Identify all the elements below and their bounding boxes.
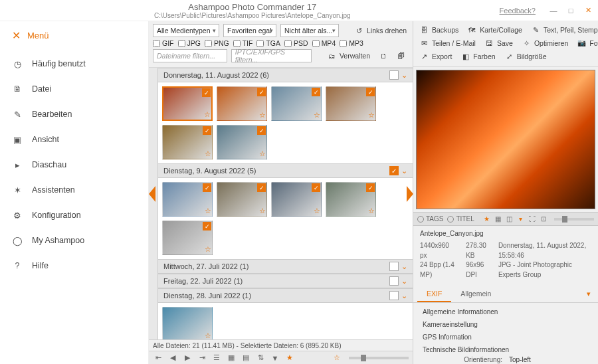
nav-last-icon[interactable]: ⇥ <box>197 353 207 363</box>
colors-button[interactable]: ◧Farben <box>458 50 498 62</box>
optimize-button[interactable]: ✧Optimieren <box>520 37 571 48</box>
format-tif[interactable]: TIF <box>233 39 253 47</box>
manage-button[interactable]: 🗂Verwalten <box>325 50 373 62</box>
sort-icon[interactable]: ⇅ <box>255 353 266 363</box>
thumb-star-icon: ☆ <box>205 245 211 254</box>
repair-button[interactable]: 📷Foto sichten, verbessern, reparieren <box>575 37 598 48</box>
sidebar-item-1[interactable]: 🗎Datei <box>0 76 148 102</box>
group-header[interactable]: Donnerstag, 11. August 2022 (6)⌄ <box>158 68 413 82</box>
favorites-dropdown[interactable]: Favoriten egal <box>223 24 276 37</box>
minimize-button[interactable]: — <box>549 6 558 15</box>
gear-icon: ⚙ <box>12 210 23 221</box>
text-insert-button[interactable]: ✎Text, Pfeil, Stempel, Objekt einfügen <box>529 24 598 35</box>
thumbnail[interactable]: ✓☆ <box>326 182 376 217</box>
sidebar-item-6[interactable]: ⚙Konfiguration <box>0 203 148 228</box>
copy-button[interactable]: 🗐 <box>395 50 409 62</box>
preview-zoom-slider[interactable] <box>554 218 594 221</box>
tab-allgemein[interactable]: Allgemein <box>451 286 500 302</box>
chevron-down-icon[interactable]: ⌄ <box>401 262 407 271</box>
group-check[interactable] <box>389 262 399 271</box>
nav-first-icon[interactable]: ⇤ <box>153 353 163 363</box>
nav-next-icon[interactable]: ▶ <box>182 353 193 363</box>
thumbnail[interactable]: ✓☆ <box>217 182 267 217</box>
age-dropdown[interactable]: Nicht älter als... <box>280 24 339 37</box>
sidebar-item-8[interactable]: ?Hilfe <box>0 253 148 278</box>
sidebar-item-3[interactable]: ▣Ansicht <box>0 127 148 152</box>
thumbnail[interactable]: ✓☆ <box>271 86 322 121</box>
preview-image[interactable] <box>416 70 595 209</box>
group-header[interactable]: Dienstag, 9. August 2022 (5)✓⌄ <box>158 163 413 178</box>
nav-prev-icon[interactable]: ◀ <box>167 353 178 363</box>
thumbnail[interactable]: ☆ <box>162 307 213 339</box>
sidebar-item-5[interactable]: ✶Assistenten <box>0 177 148 203</box>
zoom-slider-star[interactable]: ☆ <box>332 353 342 363</box>
sidebar-item-7[interactable]: ◯My Ashampoo <box>0 228 148 253</box>
export-button[interactable]: ↗Export <box>417 50 454 62</box>
group-check[interactable]: ✓ <box>389 166 399 175</box>
format-psd[interactable]: PSD <box>284 39 308 47</box>
format-png[interactable]: PNG <box>205 39 229 47</box>
group-check[interactable] <box>389 70 399 80</box>
thumbnail[interactable]: ✓☆ <box>217 86 267 121</box>
tags-radio[interactable]: TAGS <box>417 215 443 223</box>
chevron-down-icon[interactable]: ⌄ <box>401 167 407 175</box>
save-button[interactable]: 🖫Save <box>482 37 516 48</box>
thumbnail[interactable]: ✓☆ <box>217 125 267 159</box>
collage-button[interactable]: 🗺Karte/Collage <box>465 24 525 35</box>
maximize-button[interactable]: □ <box>566 6 575 15</box>
feedback-link[interactable]: Feedback? <box>500 7 536 15</box>
thumbnail[interactable]: ✓☆ <box>162 182 213 217</box>
thumbnail[interactable]: ✓☆ <box>326 86 376 121</box>
group-header[interactable]: Dienstag, 28. Juni 2022 (1)⌄ <box>158 288 413 303</box>
titel-radio[interactable]: TITEL <box>447 215 474 223</box>
marker-icon[interactable]: ▾ <box>516 215 525 223</box>
sidebar-item-4[interactable]: ▸Diaschau <box>0 152 148 177</box>
tab-exif[interactable]: EXIF <box>417 286 451 302</box>
chevron-down-icon[interactable]: ⌄ <box>401 292 407 300</box>
view-list-icon[interactable]: ☰ <box>211 353 222 363</box>
format-jpg[interactable]: JPG <box>178 39 201 47</box>
view-detail-icon[interactable]: ▤ <box>241 353 251 363</box>
thumbnail-area[interactable]: Donnerstag, 11. August 2022 (6)⌄✓☆✓☆✓☆✓☆… <box>158 68 413 339</box>
view-grid-icon[interactable]: ▦ <box>226 353 237 363</box>
star-icon[interactable]: ★ <box>482 215 491 223</box>
copy-icon: 🗐 <box>397 52 406 60</box>
filter-icon[interactable]: ▼ <box>270 353 280 363</box>
group-check[interactable] <box>389 276 399 286</box>
fit-icon[interactable]: ⊡ <box>539 215 548 223</box>
app-title: Ashampoo Photo Commander 17 <box>5 2 500 12</box>
rotate-left-button[interactable]: ↺Links drehen <box>352 25 409 37</box>
thumbnail[interactable]: ✓☆ <box>162 86 213 121</box>
thumbnail[interactable]: ✓☆ <box>162 125 213 159</box>
format-tga[interactable]: TGA <box>256 39 280 47</box>
group-check[interactable] <box>389 291 399 300</box>
zoom-slider[interactable] <box>349 357 409 359</box>
browser-panel: Alle Medientypen Favoriten egal Nicht äl… <box>149 21 413 364</box>
fullscreen-icon[interactable]: ⛶ <box>528 215 536 223</box>
format-mp4[interactable]: MP4 <box>312 39 336 47</box>
sidebar-item-0[interactable]: ◷Häufig benutzt <box>0 51 148 76</box>
close-button[interactable]: ✕ <box>583 6 593 15</box>
share-button[interactable]: ✉Teilen / E-Mail <box>417 37 478 48</box>
menu-toggle[interactable]: ✕ Menü <box>0 24 148 51</box>
sidebar-item-2[interactable]: ✎Bearbeiten <box>0 102 148 127</box>
filename-filter[interactable]: Dateiname filtern... <box>153 49 227 62</box>
format-gif[interactable]: GIF <box>153 39 174 47</box>
group-header[interactable]: Mittwoch, 27. Juli 2022 (1)⌄ <box>158 259 413 274</box>
chevron-down-icon[interactable]: ⌄ <box>401 71 407 80</box>
tab-chevron-icon[interactable]: ▾ <box>583 286 594 302</box>
thumb-star-icon: ☆ <box>368 207 375 215</box>
iptc-filter[interactable]: IPTC/EXIF/GPS filtern... <box>231 49 312 62</box>
grid-icon[interactable]: ▦ <box>494 215 502 223</box>
thumbnail[interactable]: ✓☆ <box>271 182 322 217</box>
resize-button[interactable]: ⤢Bildgröße <box>502 50 549 62</box>
format-mp3[interactable]: MP3 <box>340 39 363 47</box>
group-header[interactable]: Freitag, 22. Juli 2022 (1)⌄ <box>158 274 413 288</box>
crop-icon[interactable]: ◫ <box>505 215 514 223</box>
media-type-dropdown[interactable]: Alle Medientypen <box>153 24 219 37</box>
new-button[interactable]: 🗋 <box>377 50 391 62</box>
chevron-down-icon[interactable]: ⌄ <box>401 277 407 286</box>
thumbnail[interactable]: ✓☆ <box>162 221 213 255</box>
favorite-toggle-icon[interactable]: ★ <box>284 353 295 363</box>
backups-button[interactable]: 🗄Backups <box>417 24 461 35</box>
